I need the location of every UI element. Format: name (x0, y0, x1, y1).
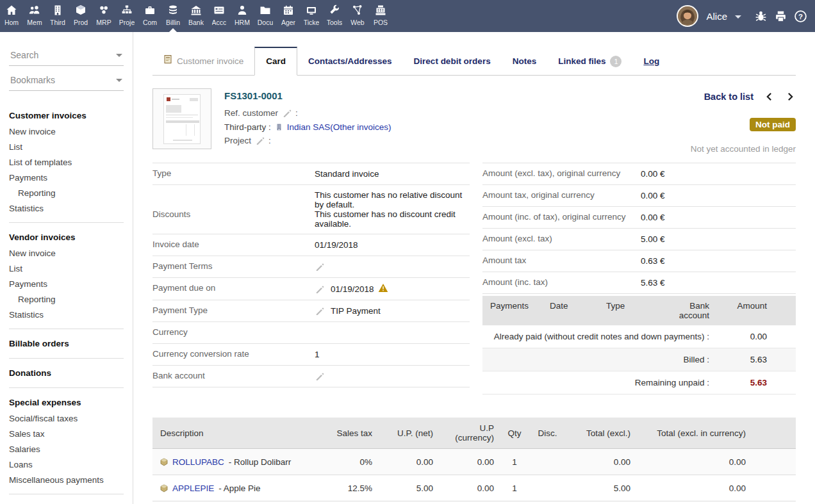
sidebar-item-list[interactable]: List (0, 261, 133, 276)
sidebar-section-donations[interactable]: Donations (0, 365, 133, 381)
amounts-table: Amount (excl. tax), original currency 0.… (482, 163, 796, 294)
sidebar-item-payments[interactable]: Payments (0, 276, 133, 291)
tab-log[interactable]: Log (632, 47, 670, 75)
invoice-doc-icon (163, 47, 172, 75)
tab-linked-files[interactable]: Linked files 1 (547, 47, 632, 75)
sidebar-item-new-invoice[interactable]: New invoice (0, 124, 133, 139)
sidebar-item-salaries[interactable]: Salaries (0, 441, 133, 457)
field-row-bank-account: Bank account (152, 366, 470, 387)
edit-pencil-icon[interactable] (315, 262, 324, 272)
status-badge: Not paid (750, 118, 796, 131)
sidebar-item-list-of-templates[interactable]: List of templates (0, 154, 133, 170)
field-row-type: Type Standard invoice (152, 163, 470, 185)
sidebar-item-list[interactable]: List (0, 139, 133, 154)
field-row-invoice-date: Invoice date 01/19/2018 (152, 234, 470, 256)
sidebar-item-miscellaneous-payments[interactable]: Miscellaneous payments (0, 472, 133, 487)
projects-icon (120, 4, 133, 17)
nav-item-agenda[interactable]: Ager (277, 0, 300, 32)
third-parties-icon (51, 4, 64, 17)
product-icon (160, 484, 168, 492)
bookmarks-placeholder: Bookmarks (10, 75, 55, 85)
nav-item-website[interactable]: Web (346, 0, 369, 32)
back-to-list-link[interactable]: Back to list (704, 92, 753, 102)
nav-item-projects[interactable]: Proje (115, 0, 138, 32)
nav-label: Third (50, 19, 65, 26)
invoice-pdf-thumbnail[interactable] (152, 88, 211, 149)
nav-label: MRP (96, 19, 111, 26)
nav-item-mrp[interactable]: MRP (92, 0, 115, 32)
field-row-discounts: Discounts This customer has no relative … (152, 185, 470, 234)
previous-record-icon[interactable] (764, 91, 775, 102)
third-party-label: Third-party : (224, 120, 271, 134)
search-dropdown[interactable]: Search (9, 46, 124, 66)
main-menu: Hom Mem Third Prod MRP Proje Com Billin … (0, 0, 392, 32)
nav-label: Prod (74, 19, 88, 26)
nav-item-tickets[interactable]: Ticke (300, 0, 323, 32)
edit-pencil-icon[interactable] (282, 108, 292, 118)
sidebar-item-social-fiscal-taxes[interactable]: Social/fiscal taxes (0, 411, 133, 426)
bookmarks-dropdown[interactable]: Bookmarks (9, 71, 124, 91)
sidebar-item-reporting[interactable]: Reporting (0, 185, 133, 200)
tab-direct-debit-orders[interactable]: Direct debit orders (403, 47, 502, 75)
edit-pencil-icon[interactable] (315, 371, 324, 381)
nav-label: Com (143, 19, 157, 26)
tab-notes[interactable]: Notes (502, 47, 548, 75)
nav-item-tools[interactable]: Tools (323, 0, 346, 32)
next-record-icon[interactable] (785, 91, 796, 102)
linked-files-count-badge: 1 (610, 56, 622, 67)
user-avatar[interactable] (677, 5, 698, 27)
remaining-unpaid-value: 5.63 (709, 378, 796, 387)
nav-item-accountancy[interactable]: Accc (208, 0, 231, 32)
help-icon[interactable]: ? (794, 10, 807, 23)
hrm-icon (236, 4, 249, 17)
main-content: Customer invoice Card Contacts/Addresses… (133, 32, 815, 504)
product-link[interactable]: ROLLUPABC (172, 457, 224, 467)
third-party-link[interactable]: Indian SAS (287, 120, 331, 134)
sidebar-section-billable-orders[interactable]: Billable orders (0, 336, 133, 352)
edit-pencil-icon[interactable] (255, 136, 265, 145)
tab-customer-invoice[interactable]: Customer invoice (152, 47, 254, 75)
sidebar-item-sales-tax[interactable]: Sales tax (0, 426, 133, 441)
other-invoices-link[interactable]: (Other invoices) (330, 120, 391, 134)
sidebar-item-new-invoice[interactable]: New invoice (0, 245, 133, 261)
nav-label: Ager (281, 19, 295, 26)
nav-item-products[interactable]: Prod (69, 0, 92, 32)
nav-label: Web (350, 19, 364, 26)
tab-contacts-addresses[interactable]: Contacts/Addresses (297, 47, 403, 75)
product-link[interactable]: APPLEPIE (172, 484, 214, 493)
print-icon[interactable] (774, 10, 787, 23)
user-name[interactable]: Alice (706, 11, 727, 22)
bug-report-icon[interactable] (754, 10, 768, 23)
nav-label: Accc (212, 19, 227, 26)
top-bar: Hom Mem Third Prod MRP Proje Com Billin … (0, 0, 815, 32)
nav-label: HRM (235, 19, 250, 26)
sidebar-item-payments[interactable]: Payments (0, 170, 133, 185)
edit-pencil-icon[interactable] (315, 284, 324, 294)
nav-item-home[interactable]: Hom (0, 0, 23, 32)
nav-item-members[interactable]: Mem (23, 0, 46, 32)
nav-label: Billin (166, 19, 180, 26)
remaining-unpaid-row: Remaining unpaid : 5.63 (482, 371, 796, 394)
tab-card[interactable]: Card (254, 47, 297, 76)
edit-pencil-icon[interactable] (315, 306, 324, 316)
nav-item-hrm[interactable]: HRM (231, 0, 254, 32)
amount-row: Amount (excl. tax) 5.00 € (482, 229, 796, 250)
nav-item-bank[interactable]: Bank (185, 0, 208, 32)
nav-item-documents[interactable]: Docu (254, 0, 277, 32)
nav-item-third-parties[interactable]: Third (46, 0, 69, 32)
sidebar-section-customer-invoices: Customer invoices (0, 108, 133, 124)
nav-item-billing[interactable]: Billin (161, 0, 185, 32)
sidebar-item-loans[interactable]: Loans (0, 457, 133, 472)
nav-item-commerce[interactable]: Com (138, 0, 161, 32)
sidebar-item-reporting[interactable]: Reporting (0, 291, 133, 307)
field-row-currency: Currency (152, 322, 470, 344)
svg-text:?: ? (798, 12, 803, 20)
lines-table-header: Description Sales tax U.P. (net) U.P (cu… (152, 418, 796, 449)
chevron-down-icon[interactable] (735, 15, 741, 19)
sidebar-item-statistics[interactable]: Statistics (0, 200, 133, 216)
search-placeholder: Search (10, 50, 38, 60)
amount-row: Amount (inc. of tax), original currency … (482, 207, 796, 229)
nav-item-pos[interactable]: POS (369, 0, 392, 32)
sidebar-item-statistics[interactable]: Statistics (0, 307, 133, 322)
active-menu-caret (169, 28, 177, 32)
